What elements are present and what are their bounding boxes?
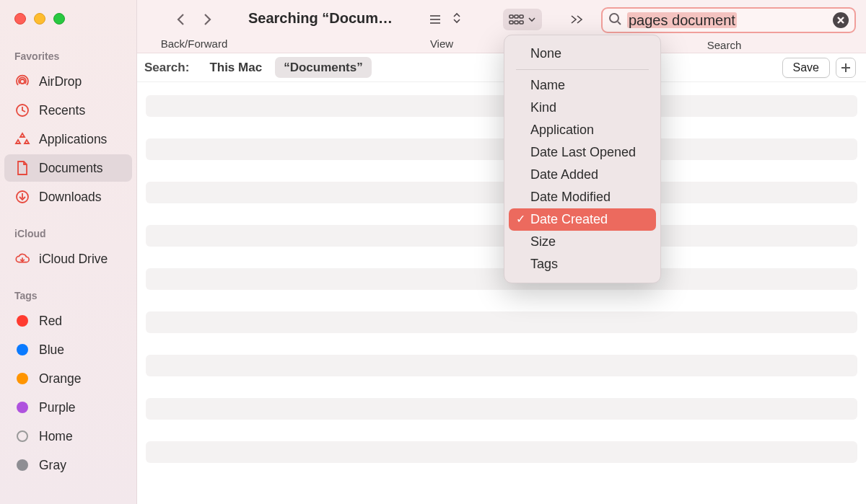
- document-icon: [14, 160, 30, 176]
- search-input[interactable]: pages document: [627, 12, 827, 29]
- minimize-window-button[interactable]: [34, 13, 45, 25]
- download-icon: [14, 189, 30, 205]
- result-row-placeholder: [146, 182, 857, 203]
- svg-point-0: [20, 79, 25, 84]
- group-by-menu: NoneNameKindApplicationDate Last OpenedD…: [504, 35, 661, 283]
- close-window-button[interactable]: [14, 13, 26, 25]
- svg-point-12: [610, 14, 618, 22]
- group-menu-item[interactable]: Date Modified: [509, 186, 656, 208]
- back-button[interactable]: [170, 9, 192, 30]
- result-row-placeholder: [146, 95, 857, 117]
- scope-option[interactable]: “Documents”: [275, 57, 372, 78]
- group-by-button[interactable]: [503, 9, 542, 30]
- tag-dot-icon: [14, 342, 30, 358]
- sidebar-item-icloud-drive[interactable]: iCloud Drive: [4, 245, 132, 273]
- sidebar-item-recents[interactable]: Recents: [4, 97, 132, 124]
- sidebar-item-label: Recents: [39, 103, 85, 118]
- svg-rect-11: [520, 21, 523, 24]
- result-row-placeholder: [146, 441, 857, 463]
- view-options-button[interactable]: [452, 12, 461, 27]
- svg-rect-9: [509, 21, 513, 24]
- window-controls: [0, 13, 136, 25]
- search-field[interactable]: pages document: [601, 7, 856, 33]
- chevron-down-icon: [528, 15, 536, 24]
- group-menu-item[interactable]: Name: [509, 74, 656, 97]
- sidebar-item-label: Documents: [39, 161, 103, 176]
- clear-search-button[interactable]: [833, 12, 849, 28]
- sidebar-item-downloads[interactable]: Downloads: [4, 183, 132, 211]
- sidebar-item-label: AirDrop: [39, 74, 82, 89]
- window-title-area: Searching “Docum…: [248, 7, 393, 27]
- sidebar-item-orange[interactable]: Orange: [4, 365, 132, 392]
- sidebar-item-documents[interactable]: Documents: [4, 154, 132, 182]
- sidebar-item-label: Downloads: [39, 190, 102, 205]
- window-title: Searching “Docum…: [248, 7, 393, 27]
- tag-dot-icon: [14, 457, 30, 473]
- sidebar-item-airdrop[interactable]: AirDrop: [4, 68, 132, 95]
- group-menu-item[interactable]: Date Created: [509, 208, 656, 231]
- tag-dot-icon: [14, 428, 30, 444]
- airdrop-icon: [14, 74, 30, 89]
- tag-dot-icon: [14, 399, 30, 415]
- tag-dot-icon: [14, 371, 30, 386]
- sidebar-heading: iCloud: [0, 228, 136, 245]
- group-menu-item[interactable]: Application: [509, 119, 656, 141]
- back-forward-label: Back/Forward: [161, 37, 228, 50]
- group-menu-item[interactable]: Kind: [509, 97, 656, 119]
- view-label: View: [430, 37, 453, 50]
- sidebar-item-label: Gray: [39, 458, 66, 473]
- result-row-placeholder: [146, 225, 857, 247]
- toolbar-overflow-button[interactable]: [564, 9, 590, 30]
- sidebar-item-label: Blue: [39, 342, 64, 358]
- tag-dot-icon: [14, 313, 30, 329]
- group-menu-item[interactable]: Date Last Opened: [509, 141, 656, 164]
- svg-rect-7: [515, 15, 518, 18]
- sidebar-item-label: Applications: [39, 132, 107, 147]
- result-row-placeholder: [146, 138, 857, 160]
- sidebar-item-gray[interactable]: Gray: [4, 451, 132, 479]
- toolbar: Back/Forward Searching “Docum… View: [137, 0, 866, 53]
- result-row-placeholder: [146, 355, 857, 376]
- cloud-icon: [14, 251, 30, 267]
- results-area: [137, 82, 866, 504]
- add-criteria-button[interactable]: [836, 58, 856, 78]
- svg-rect-6: [509, 15, 513, 18]
- sidebar: FavoritesAirDropRecentsApplicationsDocum…: [0, 0, 137, 504]
- clock-icon: [14, 102, 30, 118]
- result-row-placeholder: [146, 398, 857, 420]
- svg-rect-10: [515, 21, 518, 24]
- sidebar-item-blue[interactable]: Blue: [4, 336, 132, 363]
- group-menu-item[interactable]: Tags: [509, 253, 656, 275]
- save-search-button[interactable]: Save: [782, 58, 830, 78]
- group-menu-item[interactable]: None: [509, 43, 656, 65]
- sidebar-heading: Favorites: [0, 50, 136, 68]
- result-row-placeholder: [146, 268, 857, 290]
- sidebar-item-label: Orange: [39, 371, 81, 386]
- scope-label: Search:: [144, 61, 189, 75]
- scope-option[interactable]: This Mac: [201, 57, 271, 78]
- view-list-button[interactable]: [422, 9, 448, 30]
- sidebar-item-label: iCloud Drive: [39, 252, 108, 267]
- main-area: Back/Forward Searching “Docum… View: [137, 0, 866, 504]
- sidebar-item-purple[interactable]: Purple: [4, 394, 132, 421]
- search-scope-bar: Search: This Mac“Documents” Save: [137, 53, 866, 82]
- svg-rect-8: [520, 15, 523, 18]
- app-icon: [14, 131, 30, 147]
- sidebar-item-label: Home: [39, 429, 73, 444]
- sidebar-item-home[interactable]: Home: [4, 423, 132, 450]
- menu-separator: [516, 69, 649, 70]
- sidebar-heading: Tags: [0, 290, 136, 307]
- svg-line-13: [618, 22, 621, 25]
- search-icon: [608, 12, 621, 28]
- forward-button[interactable]: [196, 9, 218, 30]
- sidebar-item-applications[interactable]: Applications: [4, 125, 132, 153]
- group-menu-item[interactable]: Size: [509, 231, 656, 253]
- result-row-placeholder: [146, 311, 857, 333]
- sidebar-item-label: Purple: [39, 400, 76, 415]
- group-menu-item[interactable]: Date Added: [509, 164, 656, 186]
- fullscreen-window-button[interactable]: [53, 13, 65, 25]
- sidebar-item-label: Red: [39, 314, 62, 329]
- sidebar-item-red[interactable]: Red: [4, 307, 132, 335]
